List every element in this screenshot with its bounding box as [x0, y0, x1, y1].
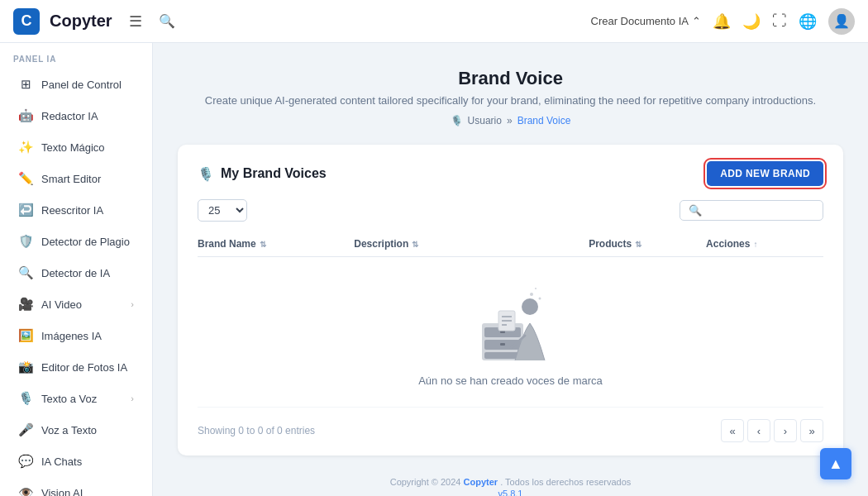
- add-new-brand-button[interactable]: ADD NEW BRAND: [707, 161, 823, 186]
- sidebar-item-label: Voz a Texto: [41, 424, 97, 436]
- breadcrumb-icon: 🎙️: [451, 115, 463, 126]
- globe-icon[interactable]: 🌐: [799, 12, 817, 31]
- breadcrumb-home: Usuario: [468, 115, 502, 126]
- search-icon: 🔍: [689, 204, 702, 217]
- svg-point-13: [538, 298, 541, 300]
- table-header: Brand Name ⇅ Description ⇅ Products ⇅ Ac…: [198, 231, 823, 257]
- svg-point-12: [530, 293, 533, 296]
- search-box: 🔍: [680, 200, 823, 221]
- svg-point-14: [535, 288, 537, 289]
- sidebar-item-redactor-ia[interactable]: 🤖 Redactor IA: [5, 101, 147, 131]
- search-input[interactable]: [707, 204, 814, 217]
- sidebar-item-label: Texto Mágico: [41, 141, 105, 154]
- footer-copyright: Copyright © 2024 Copyter . Todos los der…: [186, 477, 835, 487]
- moon-icon[interactable]: 🌙: [742, 12, 761, 31]
- empty-state: Aún no se han creado voces de marca: [198, 257, 823, 403]
- sidebar-item-voz-a-texto[interactable]: 🎤 Voz a Texto: [5, 415, 147, 445]
- avatar[interactable]: 👤: [828, 8, 855, 35]
- breadcrumb: 🎙️ Usuario » Brand Voice: [178, 115, 843, 126]
- sidebar-item-label: Reescritor IA: [41, 204, 103, 217]
- sidebar-item-detector-ia[interactable]: 🔍 Detector de IA: [5, 258, 147, 288]
- header: C Copyter ☰ 🔍 Crear Documento IA ⌃ 🔔 🌙 ⛶…: [0, 0, 868, 43]
- sidebar-item-label: Editor de Fotos IA: [41, 361, 127, 374]
- col-description: Description ⇅: [354, 238, 589, 250]
- pagination: « ‹ › »: [721, 419, 823, 442]
- chevron-right-icon: ›: [131, 393, 134, 403]
- scroll-to-top-button[interactable]: ▲: [820, 448, 851, 479]
- empty-illustration: [457, 282, 565, 365]
- create-doc-button[interactable]: Crear Documento IA ⌃: [591, 15, 702, 27]
- sidebar-item-label: IA Chats: [41, 455, 82, 468]
- prev-page-button[interactable]: ‹: [747, 419, 770, 442]
- magic-icon: ✨: [18, 140, 33, 155]
- per-page-select[interactable]: 25 50 100: [198, 199, 247, 222]
- footer: Copyright © 2024 Copyter . Todos los der…: [178, 469, 843, 496]
- col-brand-name: Brand Name ⇅: [198, 238, 354, 250]
- logo-icon: C: [13, 8, 40, 35]
- svg-rect-3: [484, 352, 521, 359]
- sidebar-item-ai-video[interactable]: 🎥 AI Video ›: [5, 289, 147, 319]
- layout: PANEL IA ⊞ Panel de Control 🤖 Redactor I…: [0, 43, 868, 496]
- menu-icon[interactable]: ☰: [129, 12, 142, 31]
- sidebar-item-imagenes-ia[interactable]: 🖼️ Imágenes IA: [5, 321, 147, 351]
- sidebar-item-label: Redactor IA: [41, 110, 98, 122]
- col-acciones: Acciones ↑: [706, 238, 823, 250]
- sidebar-item-vision-ai[interactable]: 👁️ Vision AI: [5, 478, 147, 496]
- rewrite-icon: ↩️: [18, 203, 33, 217]
- sidebar-item-detector-plagio[interactable]: 🛡️ Detector de Plagio: [5, 227, 147, 256]
- last-page-button[interactable]: »: [800, 419, 823, 442]
- breadcrumb-separator: »: [507, 115, 513, 126]
- sidebar-item-panel-de-control[interactable]: ⊞ Panel de Control: [5, 69, 147, 99]
- table-controls: 25 50 100 🔍: [198, 199, 823, 222]
- sort-icon: ⇅: [412, 240, 418, 249]
- sort-icon: ↑: [753, 240, 757, 249]
- card-title: 🎙️ My Brand Voices: [198, 166, 327, 182]
- brand-voices-card: 🎙️ My Brand Voices ADD NEW BRAND 25 50 1…: [178, 145, 843, 455]
- table-footer: Showing 0 to 0 of 0 entries « ‹ › »: [198, 407, 823, 442]
- sidebar-item-texto-a-voz[interactable]: 🎙️ Texto a Voz ›: [5, 384, 147, 413]
- sidebar-item-label: Panel de Control: [41, 79, 122, 91]
- svg-point-6: [522, 298, 538, 315]
- breadcrumb-current[interactable]: Brand Voice: [517, 115, 571, 126]
- footer-version: v5.8.1: [186, 489, 835, 496]
- page-subtitle: Create unique AI-generated content tailo…: [178, 94, 843, 107]
- main-content: Brand Voice Create unique AI-generated c…: [153, 43, 868, 496]
- page-title: Brand Voice: [178, 68, 843, 89]
- sort-icon: ⇅: [635, 240, 641, 249]
- sidebar-item-ia-chats[interactable]: 💬 IA Chats: [5, 446, 147, 476]
- first-page-button[interactable]: «: [721, 419, 744, 442]
- detect-icon: 🔍: [18, 265, 33, 280]
- sidebar-item-editor-fotos-ia[interactable]: 📸 Editor de Fotos IA: [5, 352, 147, 382]
- header-right: Crear Documento IA ⌃ 🔔 🌙 ⛶ 🌐 👤: [591, 8, 856, 35]
- stt-icon: 🎤: [18, 422, 33, 437]
- sidebar-item-label: Imágenes IA: [41, 330, 102, 342]
- ai-icon: 🤖: [18, 108, 33, 123]
- shield-icon: 🛡️: [18, 234, 33, 249]
- edit-icon: ✏️: [18, 171, 33, 186]
- grid-icon: ⊞: [18, 77, 33, 92]
- vision-icon: 👁️: [18, 485, 33, 496]
- expand-icon[interactable]: ⛶: [772, 12, 787, 30]
- footer-brand-link[interactable]: Copyter: [464, 477, 498, 487]
- search-icon[interactable]: 🔍: [159, 13, 175, 29]
- sidebar-item-label: Smart Editor: [41, 173, 101, 185]
- next-page-button[interactable]: ›: [774, 419, 797, 442]
- sidebar-item-label: AI Video: [41, 298, 82, 311]
- card-header: 🎙️ My Brand Voices ADD NEW BRAND: [198, 161, 823, 186]
- brand-voice-icon: 🎙️: [198, 166, 214, 182]
- sidebar-item-label: Detector de IA: [41, 267, 110, 279]
- photo-icon: 📸: [18, 360, 33, 374]
- sidebar-item-texto-magico[interactable]: ✨ Texto Mágico: [5, 132, 147, 162]
- showing-text: Showing 0 to 0 of 0 entries: [198, 425, 315, 436]
- logo-text: Copyter: [50, 12, 112, 31]
- bell-icon[interactable]: 🔔: [713, 12, 731, 31]
- sidebar-section-label: PANEL IA: [0, 43, 152, 69]
- header-left: C Copyter ☰ 🔍: [13, 8, 175, 35]
- tts-icon: 🎙️: [18, 391, 33, 406]
- sort-icon: ⇅: [260, 240, 266, 249]
- sidebar-item-smart-editor[interactable]: ✏️ Smart Editor: [5, 164, 147, 193]
- empty-state-text: Aún no se han creado voces de marca: [418, 374, 603, 387]
- video-icon: 🎥: [18, 297, 33, 312]
- sidebar-item-label: Texto a Voz: [41, 393, 97, 405]
- sidebar-item-reescritor-ia[interactable]: ↩️ Reescritor IA: [5, 195, 147, 225]
